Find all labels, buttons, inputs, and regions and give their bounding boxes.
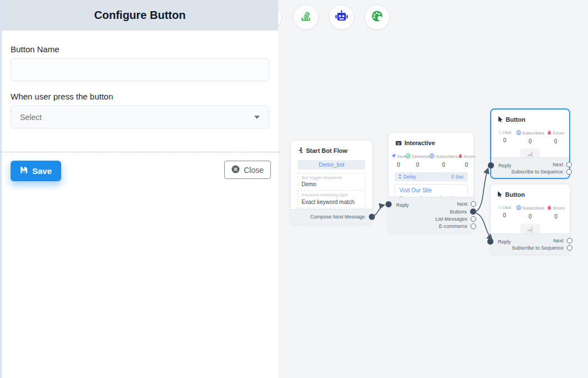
subscribe-sequence-output-port[interactable]: [567, 245, 572, 251]
wire-buttons-to-bottom-button: [474, 212, 492, 239]
stat-errors: Errors 0: [544, 130, 567, 145]
toolbar-button-theme[interactable]: [364, 4, 390, 30]
subscribe-sequence-output-port[interactable]: [566, 169, 572, 175]
config-value: Demo: [302, 181, 362, 188]
page-title: Configure Button: [94, 9, 185, 22]
cursor-icon: [497, 190, 502, 200]
stat-click: ☝ Click 0: [493, 130, 516, 145]
stat-value: 0: [544, 138, 567, 145]
stat-errors: Errors 0: [544, 205, 567, 220]
stat-value: 0: [516, 213, 545, 220]
stat-delivered: Delivered 0: [406, 153, 429, 168]
stat-errors: Errors 0: [458, 153, 475, 168]
config-row: Keyword matching type Exact keyword matc…: [298, 191, 365, 208]
stat-subscribers: Subscribers 0: [516, 130, 545, 145]
ecommerce-output-port[interactable]: [471, 223, 476, 229]
stat-value: 0: [391, 162, 406, 168]
output-next[interactable]: Next: [553, 238, 572, 243]
output-ecommerce[interactable]: E-commerce: [439, 223, 476, 229]
output-subscribe-to-sequence[interactable]: Subscribe to Sequence: [511, 169, 572, 175]
list-messages-output-port[interactable]: [471, 216, 476, 222]
node-stats: ☝ Click 0 Subscribers 0: [491, 205, 570, 220]
robot-icon: [335, 10, 348, 24]
buttons-output-port[interactable]: [470, 208, 476, 215]
reply-port-label: Reply: [396, 202, 409, 208]
button-name-input[interactable]: [11, 58, 269, 81]
node-title: Start Bot Flow: [306, 147, 348, 154]
cursor-icon: [498, 115, 503, 125]
output-next[interactable]: Next: [552, 162, 572, 167]
port-label: List Messages: [435, 216, 467, 222]
select-placeholder: Select: [20, 113, 42, 122]
delay-label: Delay: [403, 174, 416, 180]
toolbar-button-stack[interactable]: [293, 4, 319, 30]
send-icon: [391, 153, 396, 160]
click-icon: ☝: [498, 130, 501, 135]
stat-label: Delivered: [412, 154, 429, 159]
bug-icon: [547, 205, 552, 211]
next-output-port[interactable]: [471, 201, 476, 207]
toolbar-button-bot[interactable]: [329, 4, 354, 30]
output-subscribe-to-sequence[interactable]: Subscribe to Sequence: [512, 245, 572, 251]
port-label: E-commerce: [439, 223, 467, 229]
config-label: Keyword matching type: [302, 192, 362, 198]
close-icon: [231, 165, 240, 175]
reply-port-label: Reply: [498, 163, 511, 168]
stat-label: Subscribers: [522, 131, 545, 136]
stat-value: 0: [493, 212, 516, 218]
compose-next-message-port-label: Compose Next Message: [310, 214, 365, 220]
output-buttons[interactable]: Buttons: [449, 208, 476, 215]
bot-name-label: Demo_bot: [319, 162, 344, 168]
stat-label: Subscribers: [436, 154, 458, 159]
stat-label: Errors: [553, 206, 564, 211]
running-person-icon: [298, 146, 303, 156]
stat-label: Click: [502, 205, 511, 210]
stat-subscribers: Subscribers 0: [516, 205, 545, 220]
node-start-bot-flow[interactable]: Start Bot Flow Demo_bot Bot trigger keyw…: [290, 140, 373, 224]
stat-label: Errors: [553, 131, 564, 136]
press-action-select[interactable]: Select: [11, 106, 269, 128]
port-label: Next: [552, 162, 563, 167]
panel-divider: [2, 152, 280, 152]
message-title: Visit Our Site: [399, 187, 463, 193]
reply-input-port[interactable]: [386, 201, 392, 207]
bot-name-chip[interactable]: Demo_bot: [298, 160, 365, 170]
delay-icon: [398, 174, 402, 180]
stat-sent: Sent 0: [391, 153, 406, 168]
stat-label: Click: [502, 130, 511, 135]
node-button-top[interactable]: Button ☝ Click 0 Subscribers 0: [490, 108, 570, 179]
configure-form: Button Name When user press the button S…: [2, 44, 278, 128]
user-circle-icon: [429, 153, 434, 160]
output-list-messages[interactable]: List Messages: [435, 216, 476, 222]
user-circle-icon: [516, 130, 521, 136]
delay-bar[interactable]: Delay 0 Sec: [394, 172, 468, 181]
save-button[interactable]: Save: [11, 161, 61, 181]
node-title: Button: [505, 191, 525, 198]
stat-click: ☝ Click 0: [493, 205, 516, 220]
next-output-port[interactable]: [566, 162, 572, 167]
next-output-port[interactable]: [567, 238, 572, 243]
check-circle-icon: [406, 153, 411, 160]
node-button-bottom[interactable]: Button ☝ Click 0 Subscribers 0: [490, 184, 570, 255]
node-footer: Reply Next Subscribe to Sequence: [491, 157, 569, 178]
stat-value: 0: [544, 213, 567, 220]
stack-icon: [300, 10, 312, 24]
node-footer: Compose Next Message: [291, 209, 372, 223]
configure-button-panel: Configure Button Button Name When user p…: [0, 0, 278, 378]
user-circle-icon: [516, 205, 521, 211]
panel-actions: Save Close: [2, 161, 280, 181]
stat-label: Subscribers: [522, 206, 545, 211]
bug-icon: [547, 130, 552, 136]
port-label: Next: [457, 201, 467, 207]
reply-input-port[interactable]: [488, 162, 494, 168]
port-label: Next: [553, 238, 564, 243]
delay-value: 0 Sec: [451, 174, 464, 180]
node-stats: ☝ Click 0 Subscribers 0: [491, 130, 569, 145]
stat-value: 0: [493, 137, 516, 143]
node-interactive[interactable]: Interactive Sent 0 Delivered: [388, 132, 474, 232]
close-button[interactable]: Close: [224, 161, 271, 179]
reply-input-port[interactable]: [487, 238, 493, 245]
keyboard-icon: [396, 138, 402, 148]
output-next[interactable]: Next: [457, 201, 476, 207]
compose-next-message-port[interactable]: [369, 213, 375, 220]
